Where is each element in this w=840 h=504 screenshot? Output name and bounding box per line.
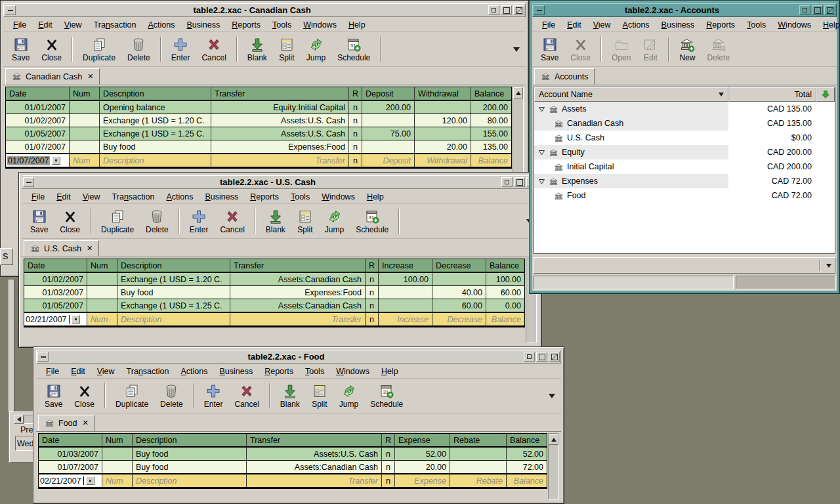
menu-actions[interactable]: Actions xyxy=(142,19,180,31)
toolbar-duplicate-button[interactable]: Duplicate xyxy=(95,207,140,236)
account-row-equity[interactable]: EquityCAD 200.00 xyxy=(534,145,835,159)
register-cell[interactable]: n xyxy=(349,127,362,140)
titlebar[interactable]: table2.2.xac - Accounts xyxy=(532,3,837,17)
edit-placeholder-cell[interactable]: Num xyxy=(87,313,117,326)
menu-actions[interactable]: Actions xyxy=(175,366,213,377)
menu-help[interactable]: Help xyxy=(361,191,390,203)
toolbar-cancel-button[interactable]: Cancel xyxy=(196,35,232,64)
register-cell[interactable]: 75.00 xyxy=(362,127,415,140)
window-menu-button[interactable] xyxy=(5,5,16,15)
menu-view[interactable]: View xyxy=(91,366,121,377)
edit-placeholder-cell[interactable]: Description xyxy=(117,313,230,326)
edit-placeholder-cell[interactable]: Description xyxy=(100,154,211,167)
menu-business[interactable]: Business xyxy=(180,19,226,31)
titlebar[interactable]: table2.2.xac - Food xyxy=(36,350,561,364)
register-cell[interactable]: Exchange (1 USD = 1.25 C. xyxy=(100,127,211,140)
register-cell[interactable]: 01/01/2007 xyxy=(6,101,70,114)
register-cell[interactable]: Assets:Canadian Cash xyxy=(247,461,382,473)
scroll-up-button[interactable] xyxy=(513,87,523,98)
menu-transaction[interactable]: Transaction xyxy=(121,366,175,377)
register-cell[interactable] xyxy=(415,101,471,114)
toolbar-schedule-button[interactable]: 31Schedule xyxy=(364,382,409,410)
close-window-button[interactable] xyxy=(513,5,524,15)
menu-reports[interactable]: Reports xyxy=(700,19,741,31)
tab-us-cash[interactable]: U.S. Cash ✕ xyxy=(24,240,99,257)
date-dropdown-button[interactable] xyxy=(52,156,60,165)
menu-transaction[interactable]: Transaction xyxy=(106,191,161,203)
register-cell[interactable]: Expenses:Food xyxy=(211,140,349,153)
scroll-left-button[interactable] xyxy=(14,415,24,424)
register-cell[interactable]: 60.00 xyxy=(432,299,486,312)
transaction-row[interactable]: 01/02/2007Exchange (1 USD = 1.20 C.Asset… xyxy=(24,273,524,286)
menu-transaction[interactable]: Transaction xyxy=(88,19,142,31)
register-cell[interactable]: Opening balance xyxy=(100,101,211,114)
register-cell[interactable]: 100.00 xyxy=(486,273,524,285)
register-cell[interactable] xyxy=(102,448,133,460)
close-window-button[interactable] xyxy=(549,352,560,362)
edit-placeholder-cell[interactable]: Num xyxy=(102,474,133,487)
edit-placeholder-cell[interactable]: Description xyxy=(133,474,247,487)
register-cell[interactable] xyxy=(70,140,100,153)
tab-canadian-cash[interactable]: Canadian Cash ✕ xyxy=(5,68,100,85)
account-name-cell[interactable]: Initial Capital xyxy=(534,159,728,174)
register-cell[interactable] xyxy=(70,127,100,140)
menu-business[interactable]: Business xyxy=(199,191,244,203)
edit-row[interactable]: 01/07/2007NumDescriptionTransfernDeposit… xyxy=(6,154,511,168)
transaction-row[interactable]: 01/01/2007Opening balanceEquity:Initial … xyxy=(6,101,511,114)
register-cell[interactable]: n xyxy=(382,461,395,473)
toolbar-delete-button[interactable]: Delete xyxy=(154,382,189,410)
minimize-button[interactable] xyxy=(799,5,810,15)
transaction-row[interactable]: 01/03/2007Buy foodExpenses:Foodn40.0060.… xyxy=(24,286,524,299)
edit-placeholder-cell[interactable]: Deposit xyxy=(362,154,415,167)
register-cell[interactable]: n xyxy=(349,114,362,127)
register-cell[interactable]: 0.00 xyxy=(486,299,524,312)
register-cell[interactable] xyxy=(70,101,100,114)
transaction-row[interactable]: 01/05/2007Exchange (1 USD = 1.25 C.Asset… xyxy=(6,127,511,140)
menu-reports[interactable]: Reports xyxy=(259,366,299,377)
edit-placeholder-cell[interactable]: Expense xyxy=(395,474,450,487)
register-cell[interactable]: 60.00 xyxy=(486,286,524,299)
titlebar[interactable]: table2.2.xac - Canadian Cash xyxy=(3,3,526,17)
register-cell[interactable]: 20.00 xyxy=(415,140,471,153)
edit-placeholder-cell[interactable]: Transfer xyxy=(247,474,382,487)
register-cell[interactable]: 200.00 xyxy=(471,101,511,114)
menu-view[interactable]: View xyxy=(587,19,617,31)
register-cell[interactable]: 200.00 xyxy=(362,101,415,114)
menu-tools[interactable]: Tools xyxy=(741,19,772,31)
register-cell[interactable]: 40.00 xyxy=(432,286,486,299)
menu-file[interactable]: File xyxy=(26,191,51,203)
edit-placeholder-cell[interactable]: Withdrawal xyxy=(415,154,471,167)
toolbar-delete-button[interactable]: Delete xyxy=(140,207,175,236)
register-cell[interactable] xyxy=(450,461,507,473)
register-cell[interactable]: 72.00 xyxy=(507,461,547,473)
register-cell[interactable] xyxy=(87,286,117,299)
toolbar-duplicate-button[interactable]: Duplicate xyxy=(110,382,154,410)
reconcile-cell[interactable]: n xyxy=(382,474,395,487)
register-cell[interactable]: 01/05/2007 xyxy=(6,127,70,140)
register-cell[interactable] xyxy=(70,114,100,127)
toolbar-cancel-button[interactable]: Cancel xyxy=(214,207,250,236)
menu-reports[interactable]: Reports xyxy=(244,191,285,203)
register-cell[interactable]: Exchange (1 USD = 1.20 C. xyxy=(117,273,230,285)
column-header-total[interactable]: Total xyxy=(728,87,816,102)
menu-windows[interactable]: Windows xyxy=(330,366,375,377)
register-cell[interactable] xyxy=(432,273,486,285)
menu-help[interactable]: Help xyxy=(375,366,404,377)
date-input[interactable]: 02/21/2007 xyxy=(24,313,87,326)
expander-triangle-icon[interactable] xyxy=(538,178,545,185)
toolbar-cancel-button[interactable]: Cancel xyxy=(228,382,264,410)
menu-actions[interactable]: Actions xyxy=(617,19,656,31)
menu-actions[interactable]: Actions xyxy=(160,191,199,203)
edit-row[interactable]: 02/21/2007NumDescriptionTransfernIncreas… xyxy=(24,312,524,327)
register-cell[interactable]: 01/05/2007 xyxy=(24,299,87,312)
date-dropdown-button[interactable] xyxy=(72,315,80,324)
edit-placeholder-cell[interactable]: Transfer xyxy=(230,313,366,326)
toolbar-schedule-button[interactable]: 31Schedule xyxy=(350,207,394,236)
edit-placeholder-cell[interactable]: Increase xyxy=(379,313,432,326)
edit-placeholder-cell[interactable]: Balance xyxy=(507,474,547,487)
register-cell[interactable] xyxy=(450,448,507,460)
toolbar-save-button[interactable]: Save xyxy=(24,207,54,236)
transaction-row[interactable]: 01/02/2007Exchange (1 USD = 1.20 C.Asset… xyxy=(6,114,511,127)
tab-close-icon[interactable]: ✕ xyxy=(81,419,89,427)
expander-triangle-icon[interactable] xyxy=(538,106,545,113)
